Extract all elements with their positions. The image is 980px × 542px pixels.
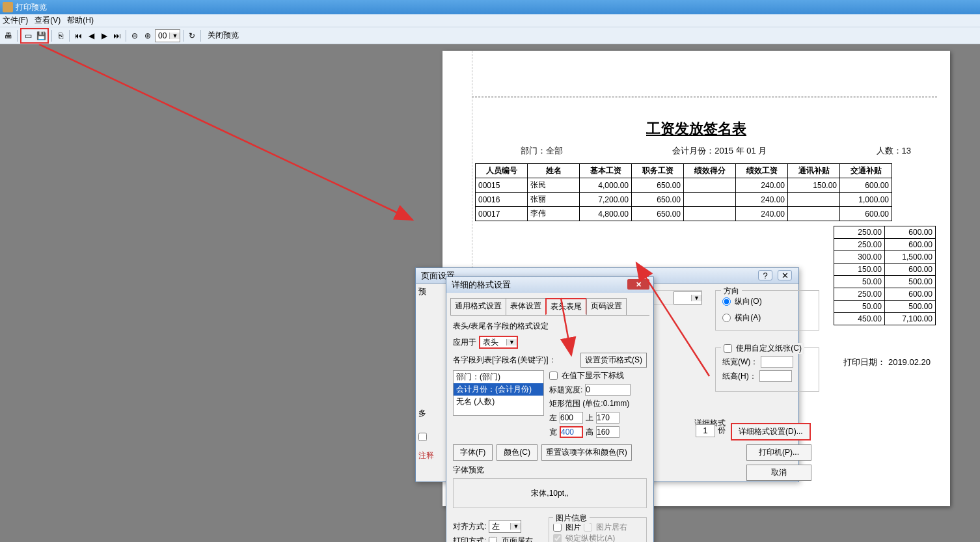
lock-ratio-checkbox: 锁定纵横比(A) [553, 534, 615, 542]
period-label: 会计月份： [672, 146, 715, 156]
font-button[interactable]: 字体(F) [453, 444, 493, 461]
left-label: 左 [549, 413, 557, 424]
portrait-radio[interactable]: 纵向(O) [722, 297, 762, 306]
tab-general[interactable]: 通用格式设置 [450, 298, 506, 315]
report-table-partial: 250.00600.00250.00600.00300.001,500.0015… [834, 226, 936, 325]
print-mode-label: 打印方式: [453, 535, 486, 542]
top-label: 上 [586, 413, 593, 424]
export-icon[interactable]: ⎘ [55, 30, 66, 42]
print-icon[interactable]: 🖶 [3, 30, 14, 42]
zoom-combo[interactable]: 00▼ [155, 29, 180, 42]
menu-file[interactable]: 文件(F) [3, 15, 28, 26]
align-label: 对齐方式: [453, 521, 486, 532]
last-page-icon[interactable]: ⏭ [111, 30, 123, 42]
highlighted-toolbar-group: ▭ 💾 [20, 28, 49, 44]
currency-format-button[interactable]: 设置货币格式(S) [580, 353, 647, 368]
font-preview-label: 字体预览 [453, 465, 647, 476]
section-label: 表头/表尾各字段的格式设定 [453, 321, 647, 332]
help-icon[interactable]: ? [758, 270, 772, 280]
apply-to-label: 应用于 [453, 337, 476, 348]
paper-height-label: 纸高(H)： [722, 371, 757, 382]
first-page-icon[interactable]: ⏮ [72, 30, 84, 42]
copies-label: 份 [718, 425, 726, 436]
image-checkbox[interactable]: 图片 [553, 522, 581, 532]
preview-side-label: 预 [418, 286, 444, 297]
detail-format-dialog: 详细的格式设置 ✕ 通用格式设置 表体设置 表头表尾 页码设置 表头/表尾各字段… [446, 277, 654, 542]
width-input[interactable] [560, 426, 583, 438]
multi-side-label: 多 [418, 408, 444, 419]
print-date-value: 2019.02.20 [888, 357, 931, 367]
page-setup-icon[interactable]: ▭ [22, 30, 34, 42]
page-center-checkbox[interactable]: 页面居右 [489, 535, 532, 542]
direction-legend: 方向 [721, 286, 742, 297]
zoom-out-icon[interactable]: ⊖ [129, 30, 141, 42]
dept-label: 部门： [521, 146, 546, 156]
font-preview-box: 宋体,10pt,, [453, 478, 647, 508]
note-checkbox[interactable] [418, 433, 427, 441]
height-label: 高 [586, 427, 593, 438]
direction-group: 方向 纵向(O) 横向(A) [715, 290, 819, 331]
save-icon[interactable]: 💾 [35, 30, 47, 42]
detail-settings-button[interactable]: 详细格式设置(D)... [731, 423, 811, 440]
reset-font-button[interactable]: 重置该项字体和颜色(R) [541, 444, 632, 461]
dept-value: 全部 [546, 146, 563, 156]
menu-view[interactable]: 查看(V) [34, 15, 61, 26]
count-label: 人数： [877, 146, 902, 156]
rect-range-label: 矩形范围 (单位:0.1mm) [549, 398, 647, 409]
detail-format-titlebar: 详细的格式设置 ✕ [446, 277, 653, 293]
color-button[interactable]: 颜色(C) [497, 444, 538, 461]
preview-workspace: 工资发放签名表 部门：全部 会计月份：2015 年 01 月 人数：13 人员编… [0, 44, 980, 542]
width-label: 宽 [549, 427, 557, 438]
svg-line-0 [39, 44, 413, 220]
printer-button[interactable]: 打印机(P)... [746, 444, 811, 461]
menubar: 文件(F) 查看(V) 帮助(H) [0, 14, 980, 27]
custom-paper-group: 使用自定义纸张(C) 纸宽(W)： 纸高(H)： [715, 347, 819, 392]
custom-paper-checkbox[interactable]: 使用自定义纸张(C) [724, 344, 802, 353]
menu-help[interactable]: 帮助(H) [67, 15, 94, 26]
top-input[interactable] [596, 412, 619, 424]
underline-checkbox[interactable]: 在值下显示下标线 [549, 371, 624, 380]
landscape-radio[interactable]: 横向(A) [722, 313, 761, 322]
detail-format-title: 详细的格式设置 [452, 279, 511, 291]
tab-pagenum[interactable]: 页码设置 [586, 298, 627, 315]
title-width-input[interactable] [585, 384, 631, 396]
report-title: 工资发放签名表 [442, 119, 950, 139]
fields-listbox[interactable]: 部门：(部门) 会计月份：(会计月份) 无名 (人数) [453, 370, 544, 416]
toolbar: 🖶 ▭ 💾 ⎘ ⏮ ◀ ▶ ⏭ ⊖ ⊕ 00▼ ↻ 关闭预览 [0, 27, 980, 44]
left-input[interactable] [560, 412, 583, 424]
period-value: 2015 年 01 月 [715, 146, 767, 156]
apply-to-select[interactable]: 表头▼ [479, 336, 518, 349]
app-icon [3, 2, 13, 12]
paper-height-input[interactable] [759, 370, 792, 382]
note-label: 注释 [418, 450, 444, 461]
next-page-icon[interactable]: ▶ [98, 30, 110, 42]
prev-page-icon[interactable]: ◀ [85, 30, 97, 42]
title-width-label: 标题宽度: [549, 385, 582, 396]
close-icon[interactable]: ✕ [778, 270, 792, 280]
tabs: 通用格式设置 表体设置 表头表尾 页码设置 [450, 298, 649, 316]
paper-width-label: 纸宽(W)： [722, 357, 758, 368]
close-icon[interactable]: ✕ [627, 279, 649, 290]
window-titlebar: 打印预览 [0, 0, 980, 14]
list-item[interactable]: 会计月份：(会计月份) [454, 383, 543, 396]
count-value: 13 [902, 146, 911, 156]
copies-input[interactable] [696, 424, 715, 437]
preview-combo[interactable]: ▼ [674, 291, 702, 305]
fields-list-label: 各字段列表[字段名(关键字)]： [453, 355, 556, 366]
zoom-in-icon[interactable]: ⊕ [142, 30, 154, 42]
image-info-legend: 图片信息 [553, 513, 590, 524]
list-item[interactable]: 无名 (人数) [454, 396, 543, 408]
refresh-icon[interactable]: ↻ [186, 30, 198, 42]
cancel-button[interactable]: 取消 [746, 465, 811, 481]
image-right-checkbox: 图片居右 [584, 522, 627, 532]
height-input[interactable] [596, 426, 619, 438]
list-item[interactable]: 部门：(部门) [454, 371, 543, 383]
close-preview-button[interactable]: 关闭预览 [208, 30, 239, 41]
align-select[interactable]: 左▼ [489, 520, 521, 533]
window-title: 打印预览 [16, 2, 47, 13]
paper-width-input[interactable] [761, 356, 793, 368]
tab-body[interactable]: 表体设置 [506, 298, 546, 315]
tab-header-footer[interactable]: 表头表尾 [545, 298, 587, 315]
print-date-label: 打印日期： [843, 357, 886, 367]
report-table: 人员编号姓名基本工资职务工资绩效得分绩效工资通讯补贴交通补贴 00015张民4,… [475, 163, 892, 221]
